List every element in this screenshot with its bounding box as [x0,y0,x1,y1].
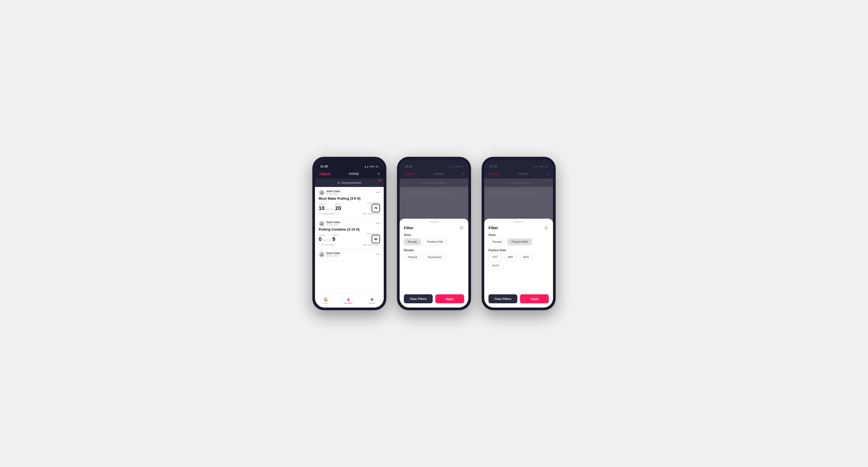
sq-label-1: Shot Quality [367,202,380,204]
user-info-1: Josh Coles 28 Feb 2023 [319,190,340,195]
status-time-1: 11:33 [320,165,328,168]
filter-overlay-2: Filter ✕ Show Rounds Practice Drills Rou… [400,159,468,308]
card-title-2: Putting Combine (3-15 ft) [319,227,380,231]
modal-header-3: Filter ✕ [489,225,549,230]
content-1: Josh Coles 28 Feb 2023 ••• Must Make Put… [315,187,384,294]
drills-app-btn-3[interactable]: APP [504,254,517,260]
svg-point-1 [321,222,322,223]
more-menu-1[interactable]: ••• [376,191,380,194]
activity-card-2: Josh Coles 28 Feb 2023 ••• Putting Combi… [315,218,384,249]
filter-overlay-3: Filter ✕ Show Rounds Practice Drills Pra… [484,159,553,308]
filter-close-3[interactable]: ✕ [544,225,549,230]
drills-section-label-3: Practice Drills [489,249,549,252]
filter-title-3: Filter [489,225,498,230]
modal-footer-2: Clear Filters Apply [404,294,464,303]
drills-putt-btn-3[interactable]: PUTT [489,262,503,269]
user-info-3: Josh Coles 28 Feb 2023 [319,251,340,257]
modal-header-2: Filter ✕ [404,225,464,230]
filter-close-2[interactable]: ✕ [459,225,464,230]
activity-card-1: Josh Coles 28 Feb 2023 ••• Must Make Put… [315,187,384,218]
filter-modal-3: Filter ✕ Show Rounds Practice Drills Pra… [484,219,553,308]
sq-label-2: Shot Quality [367,233,380,235]
show-drills-btn-2[interactable]: Practice Drills [423,239,447,245]
shots-value-1: 20 [335,205,341,211]
home-label-1: Home [323,302,329,304]
viewing-bar-1[interactable]: ⊞ Viewing Activities [315,179,384,187]
score-value-2: 0 [319,236,321,242]
bottom-nav-1: 🏠 Home ♟ Activities ⊕ Capture [315,294,384,308]
score-value-1: 10 [319,205,324,211]
filter-backdrop-2 [400,159,468,226]
score-label-1: Score [319,204,334,205]
capture-label-1: Capture [368,302,376,304]
nav-home-1[interactable]: 🏠 Home [323,297,329,304]
nav-capture-1[interactable]: ⊕ Capture [368,297,376,304]
home-icon-1: 🏠 [323,297,328,302]
card-title-1: Must Make Putting (3-6 ft) [319,196,380,200]
apply-btn-3[interactable]: Apply [520,294,549,303]
info-icon-1: ⓘ [319,212,320,215]
modal-handle-2 [429,221,439,222]
filter-modal-2: Filter ✕ Show Rounds Practice Drills Rou… [400,219,468,308]
battery-icon: 51 [376,165,378,168]
phone-2: 11:33 ▲▲ WiFi 51 clippd Activity ≡ ⊞ Vie… [397,157,471,310]
show-label-2: Show [404,234,464,237]
filter-icon-1: ⊞ [338,181,340,184]
data-source-2: Data: Clippd Capture [363,244,380,246]
rounds-buttons-2: Practice Tournament [404,254,464,260]
avatar-1 [319,190,324,195]
show-rounds-btn-2[interactable]: Rounds [404,239,421,245]
hamburger-icon-1[interactable]: ≡ [378,172,379,176]
show-drills-btn-3[interactable]: Practice Drills [507,239,532,245]
user-date-3: 28 Feb 2023 [326,255,340,257]
rounds-practice-btn-2[interactable]: Practice [404,254,421,260]
more-menu-3[interactable]: ••• [376,253,380,256]
clear-filters-btn-3[interactable]: Clear Filters [489,294,517,303]
shot-quality-2: 45 [372,235,380,243]
card-header-1: Josh Coles 28 Feb 2023 ••• [319,190,380,195]
card-footer-1: ⓘ Test Information Data: Clippd Capture [319,212,380,215]
phones-container: 11:33 ▲▲ WiFi 51 clippd Activity ≡ ⊞ Vie… [312,157,556,310]
drills-ott-btn-3[interactable]: OTT [489,254,502,260]
more-menu-2[interactable]: ••• [376,222,380,225]
filter-title-2: Filter [404,225,414,230]
avatar-3 [319,251,324,257]
data-source-1: Data: Clippd Capture [363,213,380,215]
user-name-2: Josh Coles [326,221,340,224]
drills-buttons-3: OTT APP ARG PUTT [489,254,549,269]
clear-filters-btn-2[interactable]: Clear Filters [404,294,433,303]
user-date-2: 28 Feb 2023 [326,224,340,226]
apply-btn-2[interactable]: Apply [435,294,464,303]
status-icons-1: ▲▲ WiFi 51 [364,165,378,168]
rounds-tournament-btn-2[interactable]: Tournament [424,254,445,260]
shot-quality-1: 75 [372,204,380,212]
shots-value-2: 9 [332,236,335,242]
user-name-1: Josh Coles [326,190,340,193]
wifi-icon: WiFi [370,165,375,168]
score-label-2: Score [319,234,331,236]
viewing-bar-text-1: Viewing Activities [341,181,362,184]
out-of-1: OUT OF [326,208,333,210]
drills-arg-btn-3[interactable]: ARG [519,254,533,260]
modal-footer-3: Clear Filters Apply [489,294,549,303]
nav-activities-1[interactable]: ♟ Activities [344,297,353,304]
phone-1: 11:33 ▲▲ WiFi 51 clippd Activity ≡ ⊞ Vie… [312,157,386,310]
shots-label-2: Shots [332,234,339,236]
show-rounds-btn-3[interactable]: Rounds [489,239,505,245]
svg-point-2 [321,253,322,254]
user-name-3: Josh Coles [326,252,340,255]
signal-icon: ▲▲ [364,165,369,168]
out-of-2: OUT OF [323,239,330,241]
notification-dot-1 [379,180,380,181]
card-header-2: Josh Coles 28 Feb 2023 ••• [319,221,380,226]
info-icon-2: ⓘ [319,243,320,246]
rounds-section-label-2: Rounds [404,249,464,252]
activity-card-3: Josh Coles 28 Feb 2023 ••• [315,249,384,261]
shots-label-1: Shots [335,204,342,205]
avatar-2 [319,221,324,226]
activities-label-1: Activities [344,302,353,304]
modal-handle-3 [514,221,523,222]
activities-icon-1: ♟ [347,297,350,302]
user-info-2: Josh Coles 28 Feb 2023 [319,221,340,226]
show-buttons-3: Rounds Practice Drills [489,239,549,245]
